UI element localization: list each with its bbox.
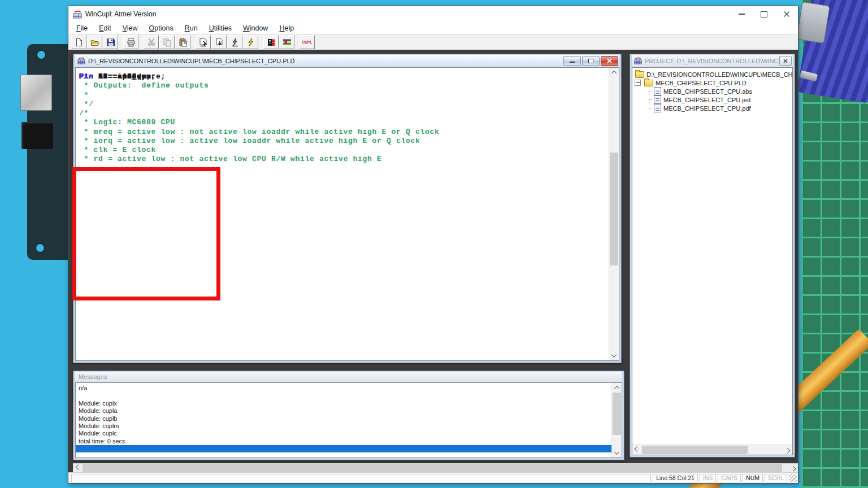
scroll-down-icon[interactable]: [612, 448, 622, 457]
mdi-scroll-thumb[interactable]: [83, 464, 782, 472]
compile-alt-icon[interactable]: [211, 35, 227, 49]
menu-run[interactable]: Run: [179, 23, 203, 34]
title-bar[interactable]: WinCupl: Atmel Version: [68, 6, 798, 22]
message-line[interactable]: n/a: [79, 385, 612, 392]
compile-icon[interactable]: [196, 35, 211, 49]
save-icon[interactable]: [103, 35, 118, 49]
project-root-item[interactable]: D:\_REVISIONCONTROLLED\WINCUPL\MECB_CHIP…: [632, 70, 792, 79]
file-icon: [654, 104, 661, 112]
copy-icon[interactable]: [159, 35, 175, 49]
message-line[interactable]: Module: cuplx: [79, 400, 612, 407]
project-scroll-thumb[interactable]: [642, 446, 748, 454]
project-window: PROJECT: D:\_REVISIONCONTROLLED\WINC... …: [630, 54, 795, 457]
messages-vertical-scrollbar[interactable]: [611, 383, 622, 457]
cut-icon[interactable]: [144, 35, 159, 49]
menu-view[interactable]: View: [117, 23, 144, 34]
tree-connector: [649, 99, 653, 100]
new-icon[interactable]: [71, 35, 86, 49]
tree-connector: [649, 108, 653, 108]
messages-title: Messages: [79, 373, 622, 380]
pcb-mounting-hole: [36, 50, 46, 60]
menu-file[interactable]: File: [71, 23, 93, 34]
scroll-left-icon[interactable]: [73, 463, 83, 473]
winsim-icon[interactable]: [279, 35, 294, 49]
resize-grip[interactable]: [789, 474, 797, 482]
paste-icon[interactable]: [175, 35, 190, 49]
annotation-rectangle: [72, 167, 220, 300]
status-bar: Line:58 Col:21 INS CAPS NUM SCRL: [68, 472, 798, 483]
editor-title-bar[interactable]: D:\_REVISIONCONTROLLED\WINCUPL\MECB_CHIP…: [75, 55, 619, 67]
menu-edit[interactable]: Edit: [93, 23, 117, 34]
file-icon: [654, 87, 661, 95]
project-close-button[interactable]: [779, 56, 792, 66]
status-num: NUM: [743, 474, 763, 482]
mdi-horizontal-scrollbar[interactable]: [73, 463, 798, 473]
messages-title-bar[interactable]: Messages: [75, 372, 622, 382]
status-caps: CAPS: [718, 474, 741, 482]
cupl-project-icon: [634, 57, 642, 64]
scroll-left-icon[interactable]: [632, 445, 642, 455]
code-line: * clk = E clock: [79, 146, 609, 155]
status-ins: INS: [700, 474, 717, 482]
menu-help[interactable]: Help: [274, 23, 300, 34]
pcb-audio-jack: [21, 122, 53, 149]
editor-restore-button[interactable]: [582, 56, 600, 66]
maximize-button[interactable]: [753, 6, 775, 22]
messages-window: Messages n/a Module: cuplxModule: cuplaM…: [73, 371, 624, 460]
tree-connector: [649, 91, 653, 91]
cupl-icon[interactable]: CUPL: [300, 35, 315, 49]
status-scrl: SCRL: [765, 474, 787, 482]
editor-title: D:\_REVISIONCONTROLLED\WINCUPL\MECB_CHIP…: [88, 58, 563, 64]
code-line: /*: [79, 109, 609, 118]
code-line: *: [79, 91, 609, 100]
editor-minimize-button[interactable]: [563, 56, 581, 66]
code-line: * iorq = active low : active low ioaddr …: [79, 137, 609, 146]
scroll-right-icon[interactable]: [788, 463, 798, 473]
message-line[interactable]: Module: cupla: [79, 407, 612, 415]
menu-utilities[interactable]: Utilities: [203, 23, 237, 34]
scroll-up-icon[interactable]: [609, 68, 619, 77]
tree-collapse-icon[interactable]: [635, 80, 641, 86]
close-button[interactable]: [775, 6, 798, 22]
menu-window[interactable]: Window: [237, 23, 274, 34]
code-line: * Outputs: define outputs: [79, 81, 609, 90]
file-icon: [654, 95, 661, 104]
status-message-panel: [71, 474, 651, 482]
minimize-button[interactable]: [730, 6, 753, 22]
cupl-file-icon: [77, 57, 85, 64]
pcb-connector: [20, 75, 52, 111]
project-file-abs[interactable]: MECB_CHIPSELECT_CPU.abs: [632, 87, 792, 95]
message-line[interactable]: Module: cuplm: [79, 422, 612, 430]
message-line[interactable]: [79, 392, 612, 399]
message-line[interactable]: total time: 0 secs: [79, 438, 612, 445]
scroll-down-icon[interactable]: [609, 351, 619, 360]
vga-metal-shell: [796, 2, 830, 44]
simulate-run-icon[interactable]: [243, 35, 258, 49]
device-icon[interactable]: [263, 35, 279, 49]
project-file-jed[interactable]: MECB_CHIPSELECT_CPU.jed: [632, 95, 792, 104]
messages-scroll-thumb[interactable]: [613, 393, 621, 435]
project-title: PROJECT: D:\_REVISIONCONTROLLED\WINC...: [645, 58, 779, 64]
editor-scroll-thumb[interactable]: [610, 152, 618, 265]
code-line: [76, 68, 600, 81]
simulate-icon[interactable]: [227, 35, 242, 49]
messages-selected-row[interactable]: [76, 445, 612, 452]
scroll-right-icon[interactable]: [783, 445, 792, 455]
code-line: */: [79, 100, 609, 109]
editor-vertical-scrollbar[interactable]: [609, 68, 619, 360]
file-name: MECB_CHIPSELECT_CPU.abs: [663, 88, 752, 95]
project-pld-item[interactable]: MECB_CHIPSELECT_CPU.PLD: [632, 79, 792, 87]
project-title-bar[interactable]: PROJECT: D:\_REVISIONCONTROLLED\WINC...: [632, 55, 793, 67]
project-file-pdf[interactable]: MECB_CHIPSELECT_CPU.pdf: [632, 104, 792, 112]
print-icon[interactable]: [123, 35, 138, 49]
open-icon[interactable]: [87, 35, 102, 49]
toolbar: CUPL: [68, 34, 798, 50]
project-horizontal-scrollbar[interactable]: [632, 445, 792, 455]
message-line[interactable]: Module: cuplb: [79, 415, 612, 422]
menu-options[interactable]: Options: [144, 23, 179, 34]
editor-close-button[interactable]: [601, 56, 618, 66]
window-title: WinCupl: Atmel Version: [85, 10, 156, 18]
file-name: MECB_CHIPSELECT_CPU.jed: [663, 97, 750, 103]
scroll-up-icon[interactable]: [612, 383, 622, 393]
message-line[interactable]: Module: cuplc: [79, 430, 612, 437]
